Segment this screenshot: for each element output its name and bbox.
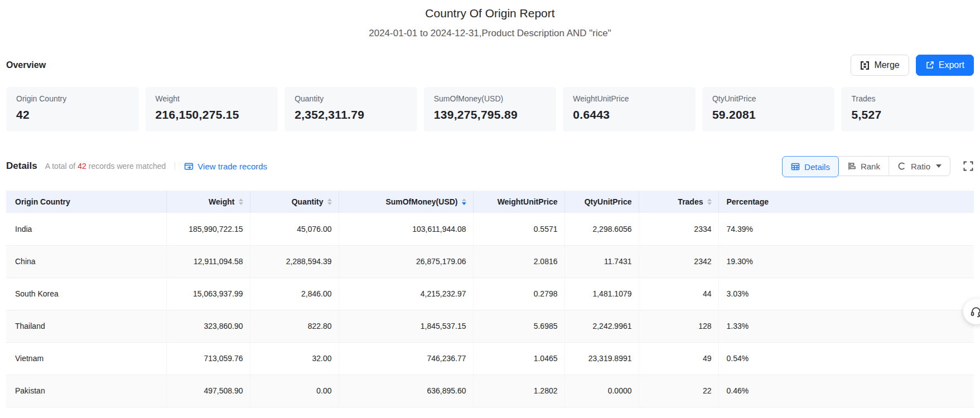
table-row: South Korea 15,063,937.99 2,846.00 4,215… xyxy=(6,278,974,310)
weight-unit-price-cell: 5.6985 xyxy=(473,310,564,342)
trades-cell: 2342 xyxy=(639,245,718,278)
export-button-label: Export xyxy=(939,60,964,70)
col-header-origin-country: Origin Country xyxy=(6,191,166,213)
details-view-controls: Details Rank Ratio xyxy=(782,156,974,176)
overview-heading: Overview xyxy=(6,60,46,70)
stat-label: Quantity xyxy=(295,94,407,103)
sort-icon xyxy=(327,198,332,205)
stat-value: 0.6443 xyxy=(573,108,685,121)
overview-cards: Origin Country 42 Weight 216,150,275.15 … xyxy=(6,87,974,132)
weight-unit-price-cell: 2.0816 xyxy=(473,245,564,278)
trades-cell: 22 xyxy=(639,375,718,407)
table-row: Vietnam 713,059.76 32.00 746,236.77 1.04… xyxy=(6,342,974,375)
details-heading-group: Details A total of42records were matched… xyxy=(6,161,267,172)
tab-ratio[interactable]: Ratio xyxy=(889,157,950,176)
percentage-cell: 1.33% xyxy=(718,310,974,342)
stat-label: Origin Country xyxy=(16,94,129,103)
caret-down-icon xyxy=(936,164,942,168)
country-cell: India xyxy=(6,213,166,245)
fullscreen-button[interactable] xyxy=(963,161,974,172)
sum-cell: 103,611,944.08 xyxy=(339,213,473,245)
table-row: China 12,911,094.58 2,288,594.39 26,875,… xyxy=(6,245,974,278)
weight-unit-price-cell: 0.5571 xyxy=(473,213,564,245)
qty-unit-price-cell: 2,298.6056 xyxy=(564,213,639,245)
percentage-cell: 74.39% xyxy=(718,213,974,245)
weight-unit-price-cell: 1.2802 xyxy=(473,375,564,407)
sort-icon xyxy=(707,198,712,205)
stat-card-quantity: Quantity 2,352,311.79 xyxy=(284,87,417,132)
details-toolbar: Details A total of42records were matched… xyxy=(6,156,974,176)
stat-label: Weight xyxy=(156,94,268,103)
stat-label: SumOfMoney(USD) xyxy=(434,94,547,103)
divider xyxy=(175,162,175,170)
table-row: Pakistan 497,508.90 0.00 636,895.60 1.28… xyxy=(6,375,974,407)
col-header-sum-of-money[interactable]: SumOfMoney(USD) xyxy=(339,191,473,213)
table-header-row: Origin Country Weight Quantity SumOfMone… xyxy=(6,191,974,213)
quantity-cell: 822.80 xyxy=(250,310,339,342)
trades-cell: 49 xyxy=(639,342,718,375)
country-cell: South Korea xyxy=(6,278,166,310)
weight-unit-price-cell: 1.0465 xyxy=(473,342,564,375)
stat-value: 42 xyxy=(16,108,129,121)
weight-cell: 15,063,937.99 xyxy=(166,278,250,310)
sum-cell: 26,875,179.06 xyxy=(339,245,473,278)
col-header-weight-unit-price: WeightUnitPrice xyxy=(473,191,564,213)
overview-actions: Merge Export xyxy=(851,55,974,76)
col-header-weight[interactable]: Weight xyxy=(166,191,250,213)
percentage-cell: 3.03% xyxy=(718,278,974,310)
view-mode-segmented: Details Rank Ratio xyxy=(782,156,950,176)
rank-bars-icon xyxy=(847,162,856,171)
stat-card-weight: Weight 216,150,275.15 xyxy=(146,87,278,132)
country-cell: Thailand xyxy=(6,310,166,342)
page-title: Country Of Origin Report xyxy=(0,0,980,20)
quantity-cell: 32.00 xyxy=(250,342,339,375)
sum-cell: 746,236.77 xyxy=(339,342,473,375)
tab-ratio-label: Ratio xyxy=(911,162,930,171)
percentage-cell: 0.54% xyxy=(718,342,974,375)
col-header-qty-unit-price: QtyUnitPrice xyxy=(564,191,639,213)
weight-unit-price-cell: 0.2798 xyxy=(473,278,564,310)
weight-cell: 497,508.90 xyxy=(166,375,250,407)
tab-rank-label: Rank xyxy=(861,162,880,171)
view-trade-records-link[interactable]: View trade records xyxy=(184,162,267,171)
col-header-quantity[interactable]: Quantity xyxy=(250,191,339,213)
stat-value: 216,150,275.15 xyxy=(156,108,268,121)
tab-details[interactable]: Details xyxy=(782,156,839,177)
window-link-icon xyxy=(184,162,194,171)
col-header-percentage: Percentage xyxy=(718,191,974,213)
stat-value: 59.2081 xyxy=(712,108,825,121)
trades-cell: 2334 xyxy=(639,213,718,245)
qty-unit-price-cell: 2,242.9961 xyxy=(564,310,639,342)
country-cell: Vietnam xyxy=(6,342,166,375)
stat-value: 5,527 xyxy=(851,108,964,121)
weight-cell: 713,059.76 xyxy=(166,342,250,375)
weight-cell: 323,860.90 xyxy=(166,310,250,342)
quantity-cell: 0.00 xyxy=(250,375,339,407)
stat-card-qty-unit-price: QtyUnitPrice 59.2081 xyxy=(702,87,835,132)
qty-unit-price-cell: 23,319.8991 xyxy=(564,342,639,375)
sort-icon-desc-active xyxy=(462,198,466,205)
sum-cell: 1,845,537.15 xyxy=(339,310,473,342)
stat-label: QtyUnitPrice xyxy=(712,94,825,103)
merge-button[interactable]: Merge xyxy=(851,55,909,76)
tab-rank[interactable]: Rank xyxy=(838,157,889,176)
export-button[interactable]: Export xyxy=(916,55,974,76)
sum-cell: 636,895.60 xyxy=(339,375,473,407)
overview-bar: Overview Merge Export xyxy=(6,55,974,76)
matched-count: 42 xyxy=(75,162,89,171)
col-header-trades[interactable]: Trades xyxy=(639,191,718,213)
details-table: Origin Country Weight Quantity SumOfMone… xyxy=(6,191,974,407)
stat-card-sum-of-money: SumOfMoney(USD) 139,275,795.89 xyxy=(424,87,557,132)
weight-cell: 12,911,094.58 xyxy=(166,245,250,278)
stat-value: 2,352,311.79 xyxy=(295,108,407,121)
table-row: Thailand 323,860.90 822.80 1,845,537.15 … xyxy=(6,310,974,342)
percentage-cell: 19.30% xyxy=(718,245,974,278)
table-grid-icon xyxy=(791,162,800,171)
headset-icon xyxy=(970,305,980,318)
country-cell: Pakistan xyxy=(6,375,166,407)
stat-value: 139,275,795.89 xyxy=(434,108,547,121)
merge-cells-icon xyxy=(860,61,870,70)
stat-label: Trades xyxy=(851,94,964,103)
quantity-cell: 45,076.00 xyxy=(250,213,339,245)
stat-card-weight-unit-price: WeightUnitPrice 0.6443 xyxy=(563,87,696,132)
